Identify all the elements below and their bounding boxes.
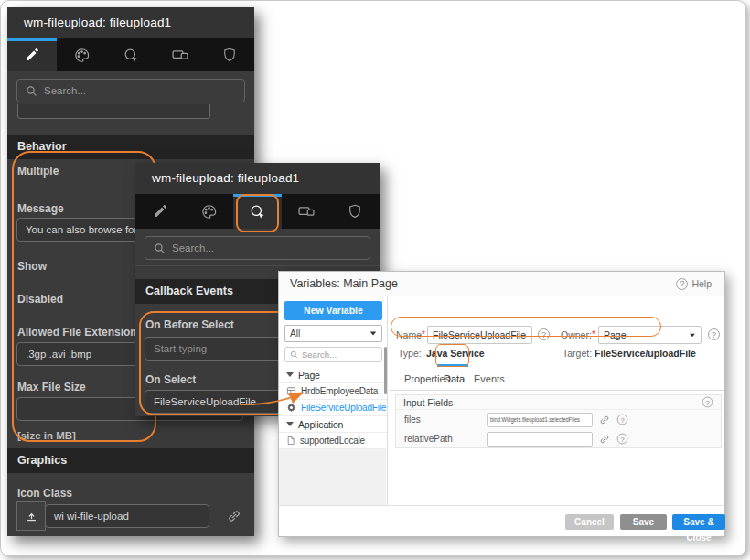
help-icon [676,278,688,290]
field-row-relativepath: relativePath [396,429,721,448]
shield-icon [221,47,238,63]
tab-events[interactable]: Events [474,373,505,384]
owner-value: Page [604,329,627,340]
input-fields-section: Input Fields files bind:Widgets.fileuplo… [395,394,722,448]
variables-dialog: Variables: Main Page Help New Variable A… [278,271,725,537]
field-label: files [404,415,487,425]
field-help-icon[interactable] [617,434,628,445]
tab-devices[interactable] [155,38,205,71]
chevron-down-icon [690,333,695,337]
on-before-select-label: On Before Select [145,318,234,331]
bind-link-icon[interactable] [599,415,610,425]
bind-link-icon[interactable] [227,509,241,523]
files-bind-input[interactable]: bind:Widgets.fileupload1.selectedFiles [487,413,593,427]
tab-data[interactable]: Data [444,373,465,384]
tab-markup[interactable] [135,194,184,229]
owner-select[interactable]: Page [598,326,702,344]
save-button[interactable]: Save [620,514,667,530]
panel1-search-input[interactable]: Search... [16,79,245,102]
variable-filter-select[interactable]: All [284,325,382,342]
pencil-icon [24,47,40,63]
new-variable-button[interactable]: New Variable [284,301,382,320]
document-icon [286,436,295,446]
icon-class-label: Icon Class [17,487,72,500]
graphics-section-header: Graphics [7,448,254,473]
target-value: FileService/uploadFile [595,348,696,359]
owner-help-icon[interactable] [708,328,720,340]
group-label: Page [298,370,320,381]
tab-events[interactable] [106,38,155,71]
name-label: Name: [396,329,424,340]
panel2-tabbar [135,194,380,229]
devices-icon [171,46,189,64]
bind-link-icon[interactable] [599,434,610,445]
size-in-mb-hint: [size in MB] [17,430,76,441]
name-owner-row: Name: * FileServiceUploadFile Owner: * P… [389,326,724,344]
name-help-icon[interactable] [538,328,550,340]
tab-security[interactable] [331,194,380,229]
input-fields-help-icon[interactable] [702,397,713,408]
divider [135,265,380,266]
on-select-label: On Select [145,373,196,386]
sidebar-scrollbar[interactable] [384,347,387,394]
tab-styles[interactable] [184,194,232,229]
variable-filter-value: All [290,328,300,339]
relativepath-bind-input[interactable] [487,432,593,447]
tab-security[interactable] [205,38,254,71]
icon-class-input[interactable]: wi wi-file-upload [45,504,209,528]
shield-icon [347,203,363,220]
required-marker: * [422,329,425,339]
active-tab-indicator [437,364,468,367]
panel1-search-placeholder: Search... [44,85,86,96]
variables-sidebar: New Variable All Search... Page HrdbEmpl… [279,296,388,505]
name-input[interactable]: FileServiceUploadFile [427,326,532,344]
panel1-tabbar [7,38,254,71]
multiple-label: Multiple [17,165,59,178]
palette-icon [73,47,91,64]
panel1-title: wm-fileupload: fileupload1 [7,7,254,38]
chevron-down-icon [370,332,376,336]
variables-search-input[interactable]: Search... [284,347,382,362]
save-close-button[interactable]: Save & Close [672,514,725,530]
group-application[interactable]: Application [279,416,387,433]
tab-events[interactable] [233,194,282,229]
gear-icon [286,403,296,413]
search-icon [154,242,166,254]
dialog-header: Variables: Main Page Help [279,272,724,296]
variable-item-label: HrdbEmployeeData [301,386,378,396]
file-upload-icon [16,501,46,531]
bind-expression: bind:Widgets.fileupload1.selectedFiles [490,415,580,424]
sidebar-filler [279,449,386,505]
dialog-title: Variables: Main Page [279,277,398,290]
tab-styles[interactable] [57,38,106,71]
field-help-icon[interactable] [617,415,628,425]
caret-down-icon [286,372,294,377]
help-button[interactable]: Help [676,278,724,290]
allowed-file-extensions-label: Allowed File Extensions [17,326,143,339]
panel2-search-placeholder: Search... [172,242,214,253]
variable-item-fileserviceuploadfile[interactable]: FileServiceUploadFile [279,400,387,416]
dialog-footer: Cancel Save Save & Close [279,505,724,536]
clipped-input[interactable] [17,104,210,119]
variable-item-label: FileServiceUploadFile [301,403,386,413]
group-page[interactable]: Page [279,367,387,383]
panel2-search-input[interactable]: Search... [145,236,370,260]
variable-item-hrdbemployeedata[interactable]: HrdbEmployeeData [279,383,387,400]
caret-down-icon [286,422,294,426]
detail-tabbar: Properties Data Events [389,368,724,391]
tab-devices[interactable] [282,194,330,229]
variables-search-placeholder: Search... [302,350,337,360]
disabled-label: Disabled [17,293,63,306]
group-label: Application [298,419,343,430]
variable-item-label: supportedLocale [300,436,365,446]
tab-markup[interactable] [7,38,57,71]
owner-label: Owner: [561,329,592,340]
field-label: relativePath [404,434,487,444]
pencil-icon [152,203,168,220]
type-label: Type: [398,348,422,359]
target-label: Target: [562,348,592,359]
events-click-icon [123,47,140,64]
max-file-size-label: Max File Size [17,381,86,393]
cancel-button[interactable]: Cancel [565,514,614,530]
variable-item-supportedlocale[interactable]: supportedLocale [279,433,387,449]
